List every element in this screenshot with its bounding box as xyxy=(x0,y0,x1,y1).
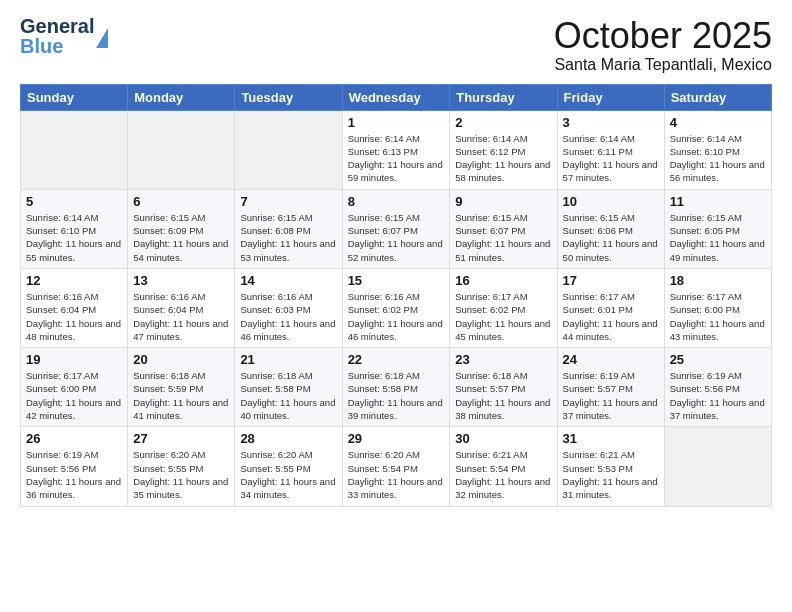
day-info: Sunrise: 6:20 AM Sunset: 5:54 PM Dayligh… xyxy=(348,448,445,501)
calendar-cell: 2Sunrise: 6:14 AM Sunset: 6:12 PM Daylig… xyxy=(450,110,557,189)
day-info: Sunrise: 6:20 AM Sunset: 5:55 PM Dayligh… xyxy=(133,448,229,501)
calendar-cell: 10Sunrise: 6:15 AM Sunset: 6:06 PM Dayli… xyxy=(557,189,664,268)
day-info: Sunrise: 6:15 AM Sunset: 6:06 PM Dayligh… xyxy=(563,211,659,264)
day-number: 13 xyxy=(133,273,229,288)
calendar-cell: 28Sunrise: 6:20 AM Sunset: 5:55 PM Dayli… xyxy=(235,427,342,506)
day-info: Sunrise: 6:14 AM Sunset: 6:13 PM Dayligh… xyxy=(348,132,445,185)
title-block: October 2025 Santa Maria Tepantlali, Mex… xyxy=(554,16,772,74)
calendar-cell xyxy=(664,427,771,506)
day-number: 14 xyxy=(240,273,336,288)
day-number: 30 xyxy=(455,431,551,446)
day-info: Sunrise: 6:16 AM Sunset: 6:03 PM Dayligh… xyxy=(240,290,336,343)
month-title: October 2025 xyxy=(554,16,772,56)
calendar-cell: 25Sunrise: 6:19 AM Sunset: 5:56 PM Dayli… xyxy=(664,348,771,427)
calendar-header-saturday: Saturday xyxy=(664,84,771,110)
calendar-cell: 8Sunrise: 6:15 AM Sunset: 6:07 PM Daylig… xyxy=(342,189,450,268)
calendar-cell: 1Sunrise: 6:14 AM Sunset: 6:13 PM Daylig… xyxy=(342,110,450,189)
calendar-week-2: 12Sunrise: 6:16 AM Sunset: 6:04 PM Dayli… xyxy=(21,268,772,347)
day-number: 28 xyxy=(240,431,336,446)
calendar-cell: 12Sunrise: 6:16 AM Sunset: 6:04 PM Dayli… xyxy=(21,268,128,347)
day-number: 6 xyxy=(133,194,229,209)
day-number: 18 xyxy=(670,273,766,288)
day-info: Sunrise: 6:18 AM Sunset: 5:58 PM Dayligh… xyxy=(348,369,445,422)
logo-text: General Blue xyxy=(20,16,94,56)
day-number: 20 xyxy=(133,352,229,367)
day-number: 24 xyxy=(563,352,659,367)
day-number: 19 xyxy=(26,352,122,367)
calendar-cell xyxy=(128,110,235,189)
day-info: Sunrise: 6:17 AM Sunset: 6:01 PM Dayligh… xyxy=(563,290,659,343)
day-number: 27 xyxy=(133,431,229,446)
day-number: 15 xyxy=(348,273,445,288)
calendar-week-1: 5Sunrise: 6:14 AM Sunset: 6:10 PM Daylig… xyxy=(21,189,772,268)
location-title: Santa Maria Tepantlali, Mexico xyxy=(554,56,772,74)
day-info: Sunrise: 6:16 AM Sunset: 6:04 PM Dayligh… xyxy=(133,290,229,343)
day-number: 17 xyxy=(563,273,659,288)
day-number: 29 xyxy=(348,431,445,446)
day-info: Sunrise: 6:14 AM Sunset: 6:10 PM Dayligh… xyxy=(670,132,766,185)
calendar-cell: 17Sunrise: 6:17 AM Sunset: 6:01 PM Dayli… xyxy=(557,268,664,347)
logo: General Blue xyxy=(20,16,108,56)
calendar-cell: 14Sunrise: 6:16 AM Sunset: 6:03 PM Dayli… xyxy=(235,268,342,347)
calendar-cell xyxy=(21,110,128,189)
calendar-week-4: 26Sunrise: 6:19 AM Sunset: 5:56 PM Dayli… xyxy=(21,427,772,506)
day-number: 25 xyxy=(670,352,766,367)
day-info: Sunrise: 6:19 AM Sunset: 5:57 PM Dayligh… xyxy=(563,369,659,422)
day-info: Sunrise: 6:16 AM Sunset: 6:02 PM Dayligh… xyxy=(348,290,445,343)
day-info: Sunrise: 6:18 AM Sunset: 5:57 PM Dayligh… xyxy=(455,369,551,422)
day-number: 11 xyxy=(670,194,766,209)
day-info: Sunrise: 6:14 AM Sunset: 6:11 PM Dayligh… xyxy=(563,132,659,185)
calendar-cell: 30Sunrise: 6:21 AM Sunset: 5:54 PM Dayli… xyxy=(450,427,557,506)
day-number: 31 xyxy=(563,431,659,446)
day-number: 4 xyxy=(670,115,766,130)
calendar-cell: 20Sunrise: 6:18 AM Sunset: 5:59 PM Dayli… xyxy=(128,348,235,427)
calendar-week-0: 1Sunrise: 6:14 AM Sunset: 6:13 PM Daylig… xyxy=(21,110,772,189)
day-info: Sunrise: 6:15 AM Sunset: 6:09 PM Dayligh… xyxy=(133,211,229,264)
day-number: 16 xyxy=(455,273,551,288)
day-number: 21 xyxy=(240,352,336,367)
logo-triangle-icon xyxy=(96,28,108,48)
day-info: Sunrise: 6:18 AM Sunset: 5:58 PM Dayligh… xyxy=(240,369,336,422)
calendar-cell: 26Sunrise: 6:19 AM Sunset: 5:56 PM Dayli… xyxy=(21,427,128,506)
day-info: Sunrise: 6:16 AM Sunset: 6:04 PM Dayligh… xyxy=(26,290,122,343)
day-info: Sunrise: 6:15 AM Sunset: 6:05 PM Dayligh… xyxy=(670,211,766,264)
day-number: 12 xyxy=(26,273,122,288)
calendar-header-wednesday: Wednesday xyxy=(342,84,450,110)
calendar-cell: 7Sunrise: 6:15 AM Sunset: 6:08 PM Daylig… xyxy=(235,189,342,268)
day-info: Sunrise: 6:14 AM Sunset: 6:10 PM Dayligh… xyxy=(26,211,122,264)
calendar-cell: 18Sunrise: 6:17 AM Sunset: 6:00 PM Dayli… xyxy=(664,268,771,347)
day-number: 5 xyxy=(26,194,122,209)
day-info: Sunrise: 6:15 AM Sunset: 6:07 PM Dayligh… xyxy=(348,211,445,264)
calendar-cell: 24Sunrise: 6:19 AM Sunset: 5:57 PM Dayli… xyxy=(557,348,664,427)
header: General Blue October 2025 Santa Maria Te… xyxy=(20,16,772,74)
calendar-header-row: SundayMondayTuesdayWednesdayThursdayFrid… xyxy=(21,84,772,110)
calendar-cell: 11Sunrise: 6:15 AM Sunset: 6:05 PM Dayli… xyxy=(664,189,771,268)
day-number: 7 xyxy=(240,194,336,209)
day-number: 26 xyxy=(26,431,122,446)
calendar-cell: 23Sunrise: 6:18 AM Sunset: 5:57 PM Dayli… xyxy=(450,348,557,427)
calendar-cell: 19Sunrise: 6:17 AM Sunset: 6:00 PM Dayli… xyxy=(21,348,128,427)
calendar-cell: 22Sunrise: 6:18 AM Sunset: 5:58 PM Dayli… xyxy=(342,348,450,427)
page: General Blue October 2025 Santa Maria Te… xyxy=(0,0,792,612)
calendar-cell: 3Sunrise: 6:14 AM Sunset: 6:11 PM Daylig… xyxy=(557,110,664,189)
calendar-cell: 15Sunrise: 6:16 AM Sunset: 6:02 PM Dayli… xyxy=(342,268,450,347)
day-info: Sunrise: 6:19 AM Sunset: 5:56 PM Dayligh… xyxy=(26,448,122,501)
day-info: Sunrise: 6:17 AM Sunset: 6:00 PM Dayligh… xyxy=(26,369,122,422)
day-number: 2 xyxy=(455,115,551,130)
day-info: Sunrise: 6:15 AM Sunset: 6:08 PM Dayligh… xyxy=(240,211,336,264)
calendar-header-sunday: Sunday xyxy=(21,84,128,110)
day-number: 22 xyxy=(348,352,445,367)
day-number: 23 xyxy=(455,352,551,367)
day-info: Sunrise: 6:20 AM Sunset: 5:55 PM Dayligh… xyxy=(240,448,336,501)
day-number: 10 xyxy=(563,194,659,209)
day-info: Sunrise: 6:17 AM Sunset: 6:00 PM Dayligh… xyxy=(670,290,766,343)
calendar-cell: 29Sunrise: 6:20 AM Sunset: 5:54 PM Dayli… xyxy=(342,427,450,506)
calendar-cell: 5Sunrise: 6:14 AM Sunset: 6:10 PM Daylig… xyxy=(21,189,128,268)
day-info: Sunrise: 6:15 AM Sunset: 6:07 PM Dayligh… xyxy=(455,211,551,264)
calendar-cell: 13Sunrise: 6:16 AM Sunset: 6:04 PM Dayli… xyxy=(128,268,235,347)
calendar-cell xyxy=(235,110,342,189)
day-info: Sunrise: 6:21 AM Sunset: 5:54 PM Dayligh… xyxy=(455,448,551,501)
calendar-table: SundayMondayTuesdayWednesdayThursdayFrid… xyxy=(20,84,772,507)
calendar-header-tuesday: Tuesday xyxy=(235,84,342,110)
calendar-cell: 31Sunrise: 6:21 AM Sunset: 5:53 PM Dayli… xyxy=(557,427,664,506)
